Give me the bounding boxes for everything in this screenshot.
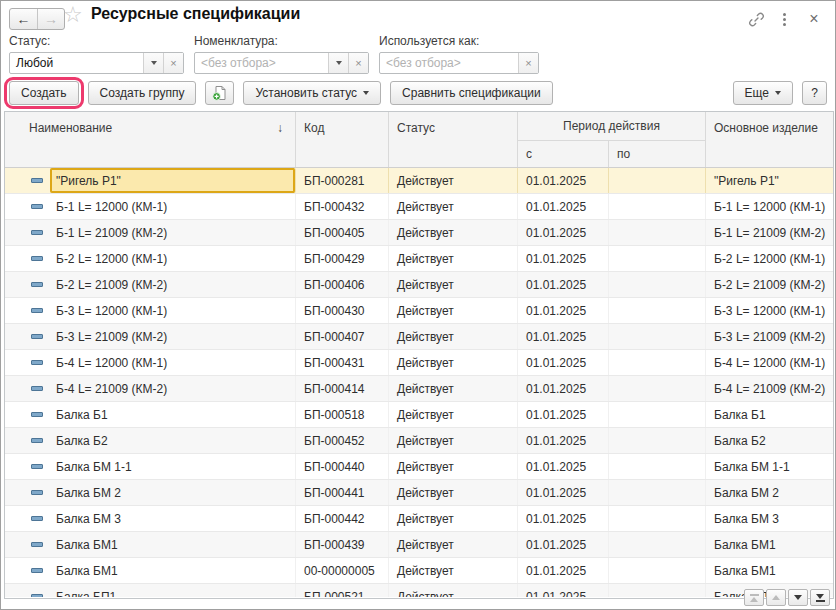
cell-period-to[interactable]: [609, 480, 706, 505]
cell-code[interactable]: БП-000281: [296, 168, 389, 193]
cell-period-from[interactable]: 01.01.2025: [518, 324, 609, 349]
filter-status-input[interactable]: Любой ×: [9, 52, 184, 74]
cell-status[interactable]: Действует: [389, 324, 518, 349]
column-header-period[interactable]: Период действия с по: [518, 112, 706, 167]
cell-period-to[interactable]: [609, 246, 706, 271]
cell-code[interactable]: БП-000452: [296, 428, 389, 453]
cell-period-to[interactable]: [609, 584, 706, 597]
table-row[interactable]: "Ригель Р1" БП-000281 Действует 01.01.20…: [5, 168, 833, 194]
column-header-code[interactable]: Код: [296, 112, 389, 167]
cell-code[interactable]: БП-000406: [296, 272, 389, 297]
help-button[interactable]: ?: [802, 81, 827, 105]
cell-code[interactable]: БП-000430: [296, 298, 389, 323]
filter-used-as-input[interactable]: <без отбора> ×: [379, 52, 539, 74]
cell-period-from[interactable]: 01.01.2025: [518, 272, 609, 297]
cell-status[interactable]: Действует: [389, 246, 518, 271]
filter-status-dropdown-icon[interactable]: [143, 53, 163, 73]
cell-name[interactable]: Б-3 L= 21009 (КМ-2): [50, 324, 296, 349]
cell-period-to[interactable]: [609, 532, 706, 557]
cell-name[interactable]: Балка БП1: [50, 584, 296, 597]
cell-period-to[interactable]: [609, 350, 706, 375]
set-status-button[interactable]: Установить статус: [243, 81, 381, 105]
cell-code[interactable]: БП-000429: [296, 246, 389, 271]
cell-period-from[interactable]: 01.01.2025: [518, 168, 609, 193]
cell-period-from[interactable]: 01.01.2025: [518, 220, 609, 245]
cell-main-product[interactable]: Балка БМ 1-1: [706, 454, 833, 479]
cell-name[interactable]: Б-3 L= 12000 (КМ-1): [50, 298, 296, 323]
cell-code[interactable]: БП-000405: [296, 220, 389, 245]
cell-code[interactable]: БП-000439: [296, 532, 389, 557]
cell-code[interactable]: БП-000518: [296, 402, 389, 427]
column-header-from[interactable]: с: [518, 141, 609, 167]
cell-period-to[interactable]: [609, 298, 706, 323]
table-row[interactable]: Балка БМ1 БП-000439 Действует 01.01.2025…: [5, 532, 833, 558]
cell-period-from[interactable]: 01.01.2025: [518, 428, 609, 453]
cell-name[interactable]: Б-4 L= 12000 (КМ-1): [50, 350, 296, 375]
cell-name[interactable]: Балка БМ1: [50, 532, 296, 557]
filter-status-clear-icon[interactable]: ×: [163, 53, 183, 73]
cell-main-product[interactable]: "Ригель Р1": [706, 168, 833, 193]
cell-name[interactable]: Б-1 L= 12000 (КМ-1): [50, 194, 296, 219]
create-button[interactable]: Создать: [9, 81, 79, 105]
cell-period-to[interactable]: [609, 558, 706, 583]
cell-code[interactable]: БП-000432: [296, 194, 389, 219]
go-first-button[interactable]: [744, 589, 764, 606]
forward-button[interactable]: →: [37, 9, 64, 29]
cell-main-product[interactable]: Б-2 L= 12000 (КМ-1): [706, 246, 833, 271]
cell-period-to[interactable]: [609, 272, 706, 297]
cell-main-product[interactable]: Балка БМ1: [706, 558, 833, 583]
go-last-button[interactable]: [810, 589, 830, 606]
cell-name[interactable]: Б-1 L= 21009 (КМ-2): [50, 220, 296, 245]
create-by-copy-button[interactable]: [205, 81, 234, 105]
cell-name[interactable]: "Ригель Р1": [50, 168, 296, 193]
cell-main-product[interactable]: Б-1 L= 21009 (КМ-2): [706, 220, 833, 245]
cell-status[interactable]: Действует: [389, 168, 518, 193]
table-row[interactable]: Б-3 L= 12000 (КМ-1) БП-000430 Действует …: [5, 298, 833, 324]
link-icon[interactable]: [747, 10, 765, 28]
more-button[interactable]: Еще: [733, 81, 793, 105]
filter-nomenclature-clear-icon[interactable]: ×: [348, 53, 368, 73]
cell-status[interactable]: Действует: [389, 428, 518, 453]
cell-main-product[interactable]: Б-3 L= 21009 (КМ-2): [706, 324, 833, 349]
filter-nomenclature-placeholder[interactable]: <без отбора>: [195, 53, 328, 73]
cell-main-product[interactable]: Б-2 L= 21009 (КМ-2): [706, 272, 833, 297]
column-header-status[interactable]: Статус: [389, 112, 518, 167]
cell-main-product[interactable]: Балка БМ1: [706, 532, 833, 557]
cell-main-product[interactable]: Б-4 L= 21009 (КМ-2): [706, 376, 833, 401]
table-row[interactable]: Б-2 L= 12000 (КМ-1) БП-000429 Действует …: [5, 246, 833, 272]
cell-status[interactable]: Действует: [389, 298, 518, 323]
cell-name[interactable]: Б-2 L= 21009 (КМ-2): [50, 272, 296, 297]
table-row[interactable]: Балка БМ 2 БП-000441 Действует 01.01.202…: [5, 480, 833, 506]
table-row[interactable]: Балка Б2 БП-000452 Действует 01.01.2025 …: [5, 428, 833, 454]
table-row[interactable]: Б-3 L= 21009 (КМ-2) БП-000407 Действует …: [5, 324, 833, 350]
cell-period-from[interactable]: 01.01.2025: [518, 558, 609, 583]
cell-period-from[interactable]: 01.01.2025: [518, 194, 609, 219]
create-group-button[interactable]: Создать группу: [88, 81, 197, 105]
cell-code[interactable]: БП-000442: [296, 506, 389, 531]
cell-status[interactable]: Действует: [389, 350, 518, 375]
cell-main-product[interactable]: Балка Б2: [706, 428, 833, 453]
cell-name[interactable]: Балка БМ1: [50, 558, 296, 583]
cell-status[interactable]: Действует: [389, 402, 518, 427]
cell-main-product[interactable]: Б-4 L= 12000 (КМ-1): [706, 350, 833, 375]
cell-period-to[interactable]: [609, 376, 706, 401]
cell-status[interactable]: Действует: [389, 376, 518, 401]
cell-period-to[interactable]: [609, 324, 706, 349]
go-prev-button[interactable]: [766, 589, 786, 606]
cell-code[interactable]: БП-000414: [296, 376, 389, 401]
table-row[interactable]: Б-1 L= 21009 (КМ-2) БП-000405 Действует …: [5, 220, 833, 246]
filter-status-value[interactable]: Любой: [10, 53, 143, 73]
cell-period-to[interactable]: [609, 194, 706, 219]
cell-period-from[interactable]: 01.01.2025: [518, 532, 609, 557]
cell-name[interactable]: Балка БМ 1-1: [50, 454, 296, 479]
cell-name[interactable]: Балка Б1: [50, 402, 296, 427]
table-row[interactable]: Балка БМ 3 БП-000442 Действует 01.01.202…: [5, 506, 833, 532]
cell-name[interactable]: Балка Б2: [50, 428, 296, 453]
filter-used-as-clear-icon[interactable]: ×: [518, 53, 538, 73]
close-icon[interactable]: ×: [805, 10, 823, 28]
table-row[interactable]: Б-4 L= 12000 (КМ-1) БП-000431 Действует …: [5, 350, 833, 376]
table-row[interactable]: Балка БМ 1-1 БП-000440 Действует 01.01.2…: [5, 454, 833, 480]
cell-status[interactable]: Действует: [389, 194, 518, 219]
cell-main-product[interactable]: Балка БМ 3: [706, 506, 833, 531]
cell-name[interactable]: Балка БМ 2: [50, 480, 296, 505]
